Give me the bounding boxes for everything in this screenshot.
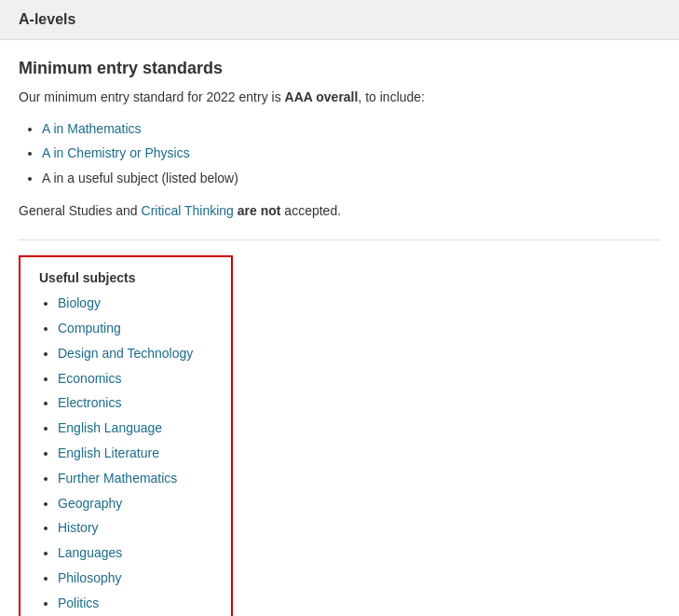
requirement-item-2: A in Chemistry or Physics: [42, 143, 660, 163]
subject-link-philosophy[interactable]: Philosophy: [58, 570, 122, 585]
not-accepted-paragraph: General Studies and Critical Thinking ar…: [19, 201, 660, 221]
intro-text-suffix: , to include:: [358, 89, 425, 104]
subject-item-politics: Politics: [58, 593, 212, 615]
subject-link-languages[interactable]: Languages: [58, 545, 122, 560]
subject-item-electronics: Electronics: [58, 392, 212, 415]
requirement-item-1: A in Mathematics: [42, 118, 660, 139]
subjects-list: Biology Computing Design and Technology …: [39, 293, 212, 616]
subject-item-biology: Biology: [58, 293, 212, 315]
subject-link-politics[interactable]: Politics: [58, 595, 99, 610]
subject-link-english-lit[interactable]: English Literature: [58, 445, 159, 460]
divider: [19, 240, 660, 240]
page-title: A-levels: [19, 11, 660, 28]
subject-link-further-maths[interactable]: Further Mathematics: [58, 471, 177, 486]
subject-item-english-lit: English Literature: [58, 443, 212, 465]
aaa-overall-bold: AAA overall: [285, 89, 359, 104]
useful-subjects-box: Useful subjects Biology Computing Design…: [19, 255, 233, 616]
subject-item-computing: Computing: [58, 318, 212, 340]
are-not-bold: are not: [238, 203, 281, 218]
subject-item-geography: Geography: [58, 493, 212, 515]
subject-item-design-tech: Design and Technology: [58, 343, 212, 365]
intro-paragraph: Our minimum entry standard for 2022 entr…: [19, 88, 660, 107]
header-bar: A-levels: [0, 0, 679, 40]
useful-subjects-title: Useful subjects: [39, 270, 212, 285]
section-title: Minimum entry standards: [19, 59, 660, 78]
subject-link-biology[interactable]: Biology: [58, 295, 101, 310]
requirements-list: A in Mathematics A in Chemistry or Physi…: [19, 118, 660, 188]
main-content: Minimum entry standards Our minimum entr…: [0, 40, 679, 616]
subject-link-design-tech[interactable]: Design and Technology: [58, 346, 193, 361]
subject-item-languages: Languages: [58, 542, 212, 565]
subject-item-philosophy: Philosophy: [58, 568, 212, 590]
subject-link-history[interactable]: History: [58, 520, 99, 535]
critical-link[interactable]: Critical: [142, 203, 182, 218]
requirement-link-2[interactable]: A in Chemistry or Physics: [42, 145, 190, 160]
subject-item-further-maths: Further Mathematics: [58, 468, 212, 490]
intro-text-prefix: Our minimum entry standard for 2022 entr…: [19, 89, 285, 104]
subject-item-history: History: [58, 517, 212, 540]
subject-item-english-lang: English Language: [58, 418, 212, 440]
requirement-link-1[interactable]: A in Mathematics: [42, 121, 142, 136]
requirement-item-3: A in a useful subject (listed below): [42, 168, 660, 188]
subject-link-economics[interactable]: Economics: [58, 371, 121, 386]
subject-item-economics: Economics: [58, 368, 212, 390]
subject-link-english-lang[interactable]: English Language: [58, 420, 162, 435]
thinking-link[interactable]: Thinking: [184, 203, 234, 218]
subject-link-electronics[interactable]: Electronics: [58, 395, 121, 410]
subject-link-geography[interactable]: Geography: [58, 496, 122, 511]
subject-link-computing[interactable]: Computing: [58, 321, 121, 335]
